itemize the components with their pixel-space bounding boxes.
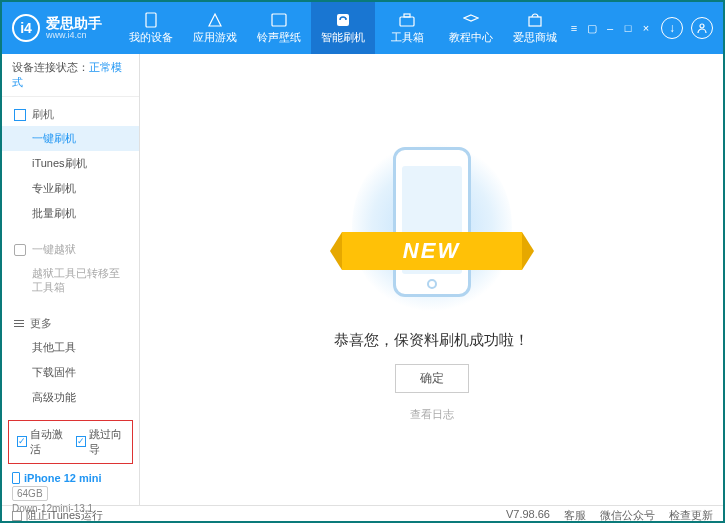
checkbox-auto-activate[interactable]: ✓自动激活 xyxy=(17,427,66,457)
svg-rect-2 xyxy=(337,14,349,26)
app-window: i4 爱思助手 www.i4.cn 我的设备 应用游戏 铃声壁纸 智能刷机 工具… xyxy=(0,0,725,523)
maximize-button[interactable]: □ xyxy=(621,21,635,35)
nav-apps-games[interactable]: 应用游戏 xyxy=(183,2,247,54)
section-jailbreak-title: 一键越狱 xyxy=(2,238,139,261)
section-more: 更多 其他工具 下载固件 高级功能 xyxy=(2,306,139,416)
apps-icon xyxy=(206,12,224,28)
header: i4 爱思助手 www.i4.cn 我的设备 应用游戏 铃声壁纸 智能刷机 工具… xyxy=(2,2,723,54)
footer-link-support[interactable]: 客服 xyxy=(564,508,586,523)
check-icon: ✓ xyxy=(17,436,27,447)
svg-rect-1 xyxy=(272,14,286,26)
body: 设备连接状态：正常模式 刷机 一键刷机 iTunes刷机 专业刷机 批量刷机 一… xyxy=(2,54,723,505)
device-icon xyxy=(12,472,20,484)
svg-rect-4 xyxy=(404,14,410,17)
minimize-button[interactable]: – xyxy=(603,21,617,35)
sidebar-item-pro-flash[interactable]: 专业刷机 xyxy=(2,176,139,201)
nav-my-device[interactable]: 我的设备 xyxy=(119,2,183,54)
logo-icon: i4 xyxy=(12,14,40,42)
logo: i4 爱思助手 www.i4.cn xyxy=(12,14,119,42)
sidebar-item-download-fw[interactable]: 下载固件 xyxy=(2,360,139,385)
phone-icon xyxy=(142,12,160,28)
connection-status: 设备连接状态：正常模式 xyxy=(2,54,139,97)
svg-rect-0 xyxy=(146,13,156,27)
sidebar-item-other-tools[interactable]: 其他工具 xyxy=(2,335,139,360)
sidebar-item-itunes-flash[interactable]: iTunes刷机 xyxy=(2,151,139,176)
success-illustration: NEW xyxy=(352,137,512,317)
nav-tutorials[interactable]: 教程中心 xyxy=(439,2,503,54)
view-log-link[interactable]: 查看日志 xyxy=(410,407,454,422)
sidebar-item-oneclick-flash[interactable]: 一键刷机 xyxy=(2,126,139,151)
tutorial-icon xyxy=(462,12,480,28)
lock-icon xyxy=(14,244,26,256)
top-nav: 我的设备 应用游戏 铃声壁纸 智能刷机 工具箱 教程中心 爱思商城 xyxy=(119,2,567,54)
footer-link-wechat[interactable]: 微信公众号 xyxy=(600,508,655,523)
sidebar-item-batch-flash[interactable]: 批量刷机 xyxy=(2,201,139,226)
svg-rect-3 xyxy=(400,17,414,26)
nav-ringtones[interactable]: 铃声壁纸 xyxy=(247,2,311,54)
main-panel: NEW 恭喜您，保资料刷机成功啦！ 确定 查看日志 xyxy=(140,54,723,505)
device-storage: 64GB xyxy=(12,486,48,501)
wallpaper-icon xyxy=(270,12,288,28)
user-button[interactable] xyxy=(691,17,713,39)
jailbreak-note: 越狱工具已转移至工具箱 xyxy=(2,261,139,300)
window-controls: ≡ ▢ – □ × ↓ xyxy=(567,17,713,39)
success-message: 恭喜您，保资料刷机成功啦！ xyxy=(334,331,529,350)
more-icon xyxy=(14,320,24,327)
skin-icon[interactable]: ▢ xyxy=(585,21,599,35)
options-highlight: ✓自动激活 ✓跳过向导 xyxy=(8,420,133,464)
menu-icon[interactable]: ≡ xyxy=(567,21,581,35)
version-label: V7.98.66 xyxy=(506,508,550,523)
section-flash: 刷机 一键刷机 iTunes刷机 专业刷机 批量刷机 xyxy=(2,97,139,232)
app-url: www.i4.cn xyxy=(46,30,102,40)
sidebar-item-advanced[interactable]: 高级功能 xyxy=(2,385,139,410)
section-flash-title[interactable]: 刷机 xyxy=(2,103,139,126)
check-icon: ✓ xyxy=(76,436,86,447)
svg-point-6 xyxy=(700,24,704,28)
checkbox-block-itunes[interactable]: 阻止iTunes运行 xyxy=(12,508,103,523)
store-icon xyxy=(526,12,544,28)
new-ribbon: NEW xyxy=(342,232,522,270)
nav-store[interactable]: 爱思商城 xyxy=(503,2,567,54)
section-jailbreak: 一键越狱 越狱工具已转移至工具箱 xyxy=(2,232,139,306)
phone-graphic xyxy=(393,147,471,297)
toolbox-icon xyxy=(398,12,416,28)
section-more-title[interactable]: 更多 xyxy=(2,312,139,335)
ok-button[interactable]: 确定 xyxy=(395,364,469,393)
nav-toolbox[interactable]: 工具箱 xyxy=(375,2,439,54)
download-button[interactable]: ↓ xyxy=(661,17,683,39)
app-name: 爱思助手 xyxy=(46,16,102,30)
checkbox-icon xyxy=(12,511,22,521)
svg-rect-5 xyxy=(529,17,541,26)
sidebar: 设备连接状态：正常模式 刷机 一键刷机 iTunes刷机 专业刷机 批量刷机 一… xyxy=(2,54,140,505)
device-name: iPhone 12 mini xyxy=(12,472,129,484)
close-button[interactable]: × xyxy=(639,21,653,35)
footer-link-update[interactable]: 检查更新 xyxy=(669,508,713,523)
flash-section-icon xyxy=(14,109,26,121)
flash-icon xyxy=(334,12,352,28)
checkbox-skip-guide[interactable]: ✓跳过向导 xyxy=(76,427,125,457)
nav-smart-flash[interactable]: 智能刷机 xyxy=(311,2,375,54)
